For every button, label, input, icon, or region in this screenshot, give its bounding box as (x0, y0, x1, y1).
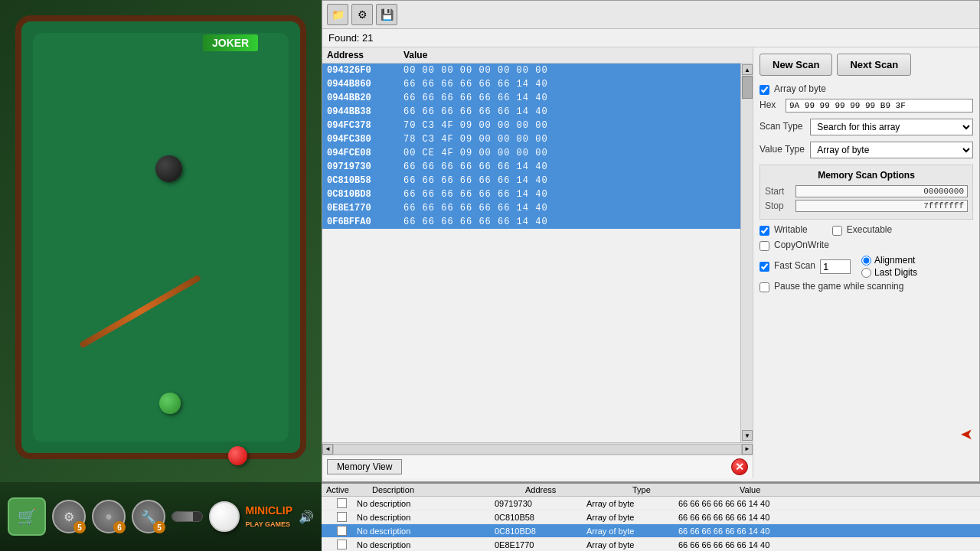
value-cell: 66 66 66 66 66 66 14 40 (403, 79, 748, 90)
pause-game-checkbox[interactable] (760, 282, 769, 292)
scroll-left-arrow[interactable]: ◄ (322, 444, 333, 455)
fast-scan-checkbox[interactable] (760, 262, 769, 272)
main-content: Address Value 094326F000 00 00 00 00 00 … (322, 47, 979, 478)
game-bottom-bar: 🛒 ⚙ 5 ● 6 🔧 5 MINICLIPPLAY GAMES 🔊 (0, 482, 322, 551)
address-cell: 0C810BD8 (327, 189, 403, 200)
toolbar-btn-settings[interactable]: ⚙ (351, 4, 373, 25)
row-value-cell: 66 66 66 66 66 66 14 40 (678, 540, 975, 549)
game-tool-2[interactable]: ● 6 (92, 500, 126, 533)
scroll-up-arrow[interactable]: ▲ (742, 64, 753, 75)
row-checkbox[interactable] (337, 540, 347, 549)
bottom-rows-container: No description 09719730 Array of byte 66… (322, 497, 980, 551)
address-row[interactable]: 0C810B5866 66 66 66 66 66 14 40 (322, 174, 753, 187)
executable-checkbox[interactable] (832, 226, 842, 236)
row-address-cell: 09719730 (495, 499, 586, 508)
address-row[interactable]: 094326F000 00 00 00 00 00 00 00 (322, 64, 753, 77)
address-row[interactable]: 094FCE0800 CE 4F 09 00 00 00 00 (322, 146, 753, 160)
scan-type-dropdown[interactable]: Search for this array (810, 119, 973, 135)
list-header: Address Value (322, 47, 753, 64)
pool-cushion (33, 33, 289, 442)
scroll-right-arrow[interactable]: ► (742, 444, 753, 455)
progress-bar-container (172, 511, 203, 522)
address-row[interactable]: 0944B86066 66 66 66 66 66 14 40 (322, 77, 753, 91)
address-row[interactable]: 0E8E177066 66 66 66 66 66 14 40 (322, 201, 753, 215)
copy-on-write-row: CopyOnWrite (760, 240, 973, 252)
value-cell: 70 C3 4F 09 00 00 00 00 (403, 120, 748, 131)
address-row[interactable]: 0944BB2066 66 66 66 66 66 14 40 (322, 91, 753, 105)
address-cell: 0E8E1770 (327, 203, 403, 214)
last-digits-radio[interactable] (861, 268, 871, 278)
scan-options-panel: New Scan Next Scan Array of byte Hex Sca… (753, 47, 979, 478)
address-row[interactable]: 094FC37870 C3 4F 09 00 00 00 00 (322, 119, 753, 132)
row-active-cell (326, 540, 357, 549)
address-cell: 0944BB38 (327, 106, 403, 117)
address-row[interactable]: 0944BB3866 66 66 66 66 66 14 40 (322, 105, 753, 119)
volume-icon[interactable]: 🔊 (299, 510, 314, 524)
miniclip-logo: MINICLIPPLAY GAMES (246, 504, 292, 529)
alignment-radio[interactable] (861, 256, 871, 266)
value-cell: 66 66 66 66 66 66 14 40 (403, 217, 748, 227)
pool-table (15, 15, 306, 459)
tool-3-icon: 🔧 (141, 510, 156, 524)
stop-label: Stop (765, 201, 795, 211)
toolbar-btn-folder[interactable]: 📁 (327, 4, 348, 25)
scroll-h-track[interactable] (333, 444, 742, 455)
stop-scan-button[interactable]: ✕ (731, 458, 748, 475)
alignment-radio-label[interactable]: Alignment (861, 255, 917, 266)
row-active-cell (326, 512, 357, 522)
bottom-table-header: Active Description Address Type Value (322, 484, 980, 497)
scan-type-row: Scan Type Search for this array (760, 119, 973, 135)
copy-on-write-checkbox[interactable] (760, 241, 769, 251)
scrollbar-horizontal[interactable]: ◄ ► (322, 442, 753, 455)
game-tool-3[interactable]: 🔧 5 (132, 500, 165, 533)
stop-input[interactable] (795, 200, 968, 212)
memory-view-button[interactable]: Memory View (327, 459, 402, 474)
writable-label: Writable (774, 224, 808, 235)
scrollbar-vertical[interactable]: ▲ ▼ (740, 64, 753, 442)
address-row[interactable]: 0971973066 66 66 66 66 66 14 40 (322, 160, 753, 174)
bottom-table-row[interactable]: No description 0C810BD8 Array of byte 66… (322, 524, 980, 538)
new-scan-button[interactable]: New Scan (760, 54, 832, 76)
address-row[interactable]: 0F6BFFA066 66 66 66 66 66 14 40 (322, 215, 753, 229)
row-checkbox[interactable] (337, 526, 347, 536)
row-type-cell: Array of byte (586, 540, 678, 549)
array-byte-row: Array of byte (760, 83, 973, 96)
last-digits-label: Last Digits (874, 267, 917, 278)
address-table[interactable]: 094326F000 00 00 00 00 00 00 000944B8606… (322, 64, 753, 442)
array-byte-label: Array of byte (774, 83, 826, 94)
array-byte-checkbox[interactable] (760, 85, 769, 95)
fast-scan-row: Fast Scan Alignment Last Digits (760, 255, 973, 278)
toolbar-btn-save[interactable]: 💾 (376, 4, 397, 25)
start-input[interactable] (795, 185, 968, 197)
bottom-table-row[interactable]: No description 09719730 Array of byte 66… (322, 497, 980, 510)
col-header-addr: Address (525, 485, 617, 494)
scroll-thumb[interactable] (742, 76, 753, 99)
shop-icon[interactable]: 🛒 (8, 497, 46, 536)
writable-checkbox[interactable] (760, 226, 769, 236)
tool-2-icon: ● (105, 510, 113, 523)
value-type-label: Value Type (760, 144, 805, 155)
bottom-table-row[interactable]: No description 0E8E1770 Array of byte 66… (322, 538, 980, 551)
row-checkbox[interactable] (337, 498, 347, 508)
radio-group: Alignment Last Digits (861, 255, 917, 278)
cheat-engine-window: 📁 ⚙ 💾 Found: 21 Address Value 094326F000… (322, 0, 980, 482)
col-header-desc: Description (372, 485, 510, 494)
alignment-label: Alignment (874, 255, 915, 266)
progress-bar-fill (172, 512, 193, 521)
ball-green (159, 393, 181, 414)
last-digits-radio-label[interactable]: Last Digits (861, 267, 917, 278)
array-byte-group: Array of byte Hex (760, 83, 973, 112)
value-type-dropdown[interactable]: Array of byte (810, 142, 973, 158)
value-cell: 66 66 66 66 66 66 14 40 (403, 189, 748, 200)
scroll-down-arrow[interactable]: ▼ (742, 430, 753, 441)
hex-input[interactable] (786, 99, 973, 112)
scan-type-label: Scan Type (760, 121, 805, 132)
pause-game-label: Pause the game while scanning (774, 281, 903, 292)
address-row[interactable]: 094FC38078 C3 4F 09 00 00 00 00 (322, 132, 753, 146)
address-row[interactable]: 0C810BD866 66 66 66 66 66 14 40 (322, 187, 753, 201)
game-tool-1[interactable]: ⚙ 5 (52, 500, 86, 533)
row-checkbox[interactable] (337, 512, 347, 522)
bottom-table-row[interactable]: No description 0C810B58 Array of byte 66… (322, 510, 980, 524)
fast-scan-input[interactable] (820, 259, 851, 274)
next-scan-button[interactable]: Next Scan (837, 54, 911, 76)
